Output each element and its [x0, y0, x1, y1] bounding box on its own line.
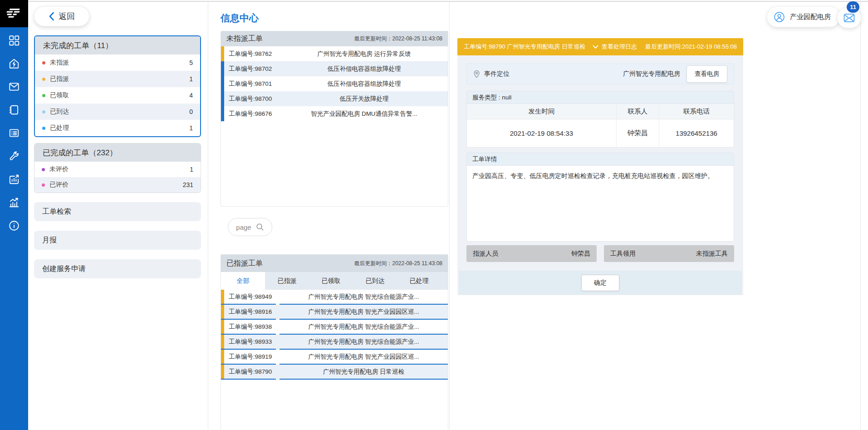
status-dot	[42, 61, 45, 64]
assignee-value: 钟荣昌	[571, 250, 590, 258]
nav-messages-icon[interactable]	[8, 81, 20, 93]
nav-dashboard-icon[interactable]	[8, 35, 20, 46]
order-desc: 低压补偿电容器组故障处理	[280, 76, 448, 91]
tab-claimed[interactable]: 已领取	[309, 272, 353, 290]
tab-all[interactable]: 全部	[221, 272, 265, 290]
finished-orders-card: 已完成的工单（232） 未评价 1 已评价 231	[34, 143, 201, 193]
contact-table-header-row: 发生时间 联系人 联系电话	[467, 104, 734, 119]
finished-orders-title: 已完成的工单（232）	[34, 143, 201, 162]
nav-tools-wrench-icon[interactable]	[8, 150, 20, 162]
tab-arrived[interactable]: 已到达	[353, 272, 397, 290]
order-row[interactable]: 工单编号:98949 广州智光专用配电房 智光综合能源产业...	[221, 290, 448, 305]
order-number: 工单编号:98701	[229, 76, 280, 91]
order-row[interactable]: 工单编号:98933 广州智光专用配电房 智光综合能源产业...	[221, 335, 448, 350]
order-detail-header: 工单编号:98790 广州智光专用配电房 日常巡检 查看处理日志 最后更新时间:…	[457, 38, 743, 55]
unassigned-orders-panel: 未指派工单 最后更新时间：2022-08-25 11:43:08 工单编号:98…	[221, 31, 448, 207]
link-order-search[interactable]: 工单检索	[34, 202, 201, 221]
status-row-processed[interactable]: 已处理 1	[35, 120, 200, 136]
link-create-service-request[interactable]: 创建服务申请	[34, 259, 201, 278]
nav-report-chart-icon[interactable]	[8, 173, 20, 185]
order-row[interactable]: 工单编号:98916 广州智光专用配电房 智光产业园园区巡...	[221, 305, 448, 320]
top-border-line	[28, 1, 868, 2]
order-row[interactable]: 工单编号:98700 低压开关故障处理	[221, 91, 448, 106]
nav-notebook-icon[interactable]	[8, 104, 20, 116]
back-button[interactable]: 返回	[34, 6, 89, 26]
order-row[interactable]: 工单编号:98701 低压补偿电容器组故障处理	[221, 76, 448, 91]
order-number: 工单编号:98762	[229, 46, 280, 61]
order-number: 工单编号:98700	[229, 91, 280, 106]
view-process-log-link[interactable]: 查看处理日志	[593, 43, 637, 51]
user-account-chip[interactable]: 产业园配电房	[767, 6, 840, 27]
view-process-log-label: 查看处理日志	[602, 43, 637, 51]
order-desc: 低压开关故障处理	[280, 91, 448, 106]
rail-nav	[0, 27, 28, 232]
left-column-divider	[208, 2, 208, 430]
page-search-control[interactable]: page	[228, 218, 272, 236]
status-row-unassigned[interactable]: 未指派 5	[35, 54, 200, 71]
status-row-rated[interactable]: 已评价 231	[34, 177, 201, 193]
brand-logo[interactable]	[0, 0, 28, 27]
status-label: 已领取	[50, 91, 189, 99]
status-row-unrated[interactable]: 未评价 1	[34, 162, 201, 177]
status-dot	[42, 110, 45, 114]
order-row[interactable]: 工单编号:98702 低压补偿电容器组故障处理	[221, 61, 448, 76]
tab-assigned[interactable]: 已指派	[265, 272, 309, 290]
occur-time-value: 2021-02-19 08:54:33	[467, 119, 616, 147]
service-type-card: 服务类型 : null 发生时间 联系人 联系电话 2021-02-19 08:…	[466, 91, 734, 148]
order-row[interactable]: 工单编号:98676 智光产业园配电房 DMU通信异常告警...	[221, 106, 448, 121]
order-detail-panel: 工单编号:98790 广州智光专用配电房 日常巡检 查看处理日志 最后更新时间:…	[457, 38, 743, 295]
order-status-bar	[221, 61, 224, 76]
view-power-room-button[interactable]: 查看电房	[687, 65, 727, 83]
nav-work-orders-icon[interactable]	[8, 127, 20, 139]
detail-header-title: 工单编号:98790 广州智光专用配电房 日常巡检	[464, 43, 585, 51]
panel-title: 已指派工单	[226, 259, 263, 268]
order-status-bar	[221, 320, 224, 334]
order-status-bar	[221, 305, 224, 319]
search-icon	[256, 223, 264, 231]
status-label: 未评价	[49, 165, 190, 173]
confirm-button[interactable]: 确定	[581, 275, 619, 291]
order-number: 工单编号:98702	[229, 61, 280, 76]
order-status-bar	[221, 106, 224, 121]
back-button-label: 返回	[59, 11, 75, 22]
order-desc: 低压补偿电容器组故障处理	[280, 61, 448, 76]
contact-phone-value: 13926452136	[659, 119, 734, 147]
status-label: 已处理	[50, 124, 189, 132]
app-screen: 返回 未完成的工单（11） 未指派 5 已指派 1 已领取 4 已到达 0 已处…	[0, 0, 868, 430]
order-detail-text: 产业园高压、专变、低压电房定时巡检检查记录，充电桩充电站巡视检查，园区维护。	[467, 166, 734, 186]
status-row-assigned[interactable]: 已指派 1	[35, 71, 200, 87]
status-label: 已指派	[50, 75, 189, 83]
order-desc: 广州智光专用配电房 运行异常反馈	[280, 46, 448, 61]
order-row-selected[interactable]: 工单编号:98790 广州智光专用配电房 日常巡检	[221, 365, 448, 380]
nav-home-energy-icon[interactable]	[8, 58, 20, 69]
status-dot	[42, 78, 45, 81]
order-number: 工单编号:98949	[229, 290, 272, 304]
status-count: 5	[189, 59, 193, 66]
status-count: 1	[189, 124, 193, 132]
tools-label: 工具领用	[610, 250, 636, 258]
status-row-claimed[interactable]: 已领取 4	[35, 87, 200, 104]
assigned-panel-header: 已指派工单 最后更新时间：2022-08-25 11:43:08	[221, 255, 448, 272]
user-icon	[774, 11, 785, 23]
status-dot	[42, 168, 45, 171]
order-number: 工单编号:98676	[229, 106, 280, 121]
status-row-arrived[interactable]: 已到达 0	[35, 104, 200, 120]
nav-statistics-trend-icon[interactable]	[8, 197, 20, 208]
link-label: 月报	[42, 236, 57, 245]
order-desc: 广州智光专用配电房 智光综合能源产业...	[280, 320, 448, 335]
order-row[interactable]: 工单编号:98919 广州智光专用配电房 智光产业园园区巡...	[221, 350, 448, 365]
order-row[interactable]: 工单编号:98762 广州智光专用配电房 运行异常反馈	[221, 46, 448, 61]
tab-processed[interactable]: 已处理	[397, 272, 441, 290]
col-contact-phone: 联系电话	[659, 104, 734, 119]
link-monthly-report[interactable]: 月报	[34, 231, 201, 250]
contact-name-value: 钟荣昌	[616, 119, 659, 147]
status-count: 0	[189, 108, 193, 115]
panel-updated-time: 最后更新时间：2022-08-25 11:43:08	[354, 35, 442, 43]
order-row[interactable]: 工单编号:98938 广州智光专用配电房 智光综合能源产业...	[221, 320, 448, 335]
status-count: 231	[183, 181, 193, 188]
right-edge-divider[interactable]	[860, 0, 861, 430]
confirm-strip: 确定	[459, 271, 742, 295]
col-occur-time: 发生时间	[467, 104, 616, 119]
nav-info-icon[interactable]	[8, 220, 20, 232]
event-location-label: 事件定位	[484, 70, 510, 78]
